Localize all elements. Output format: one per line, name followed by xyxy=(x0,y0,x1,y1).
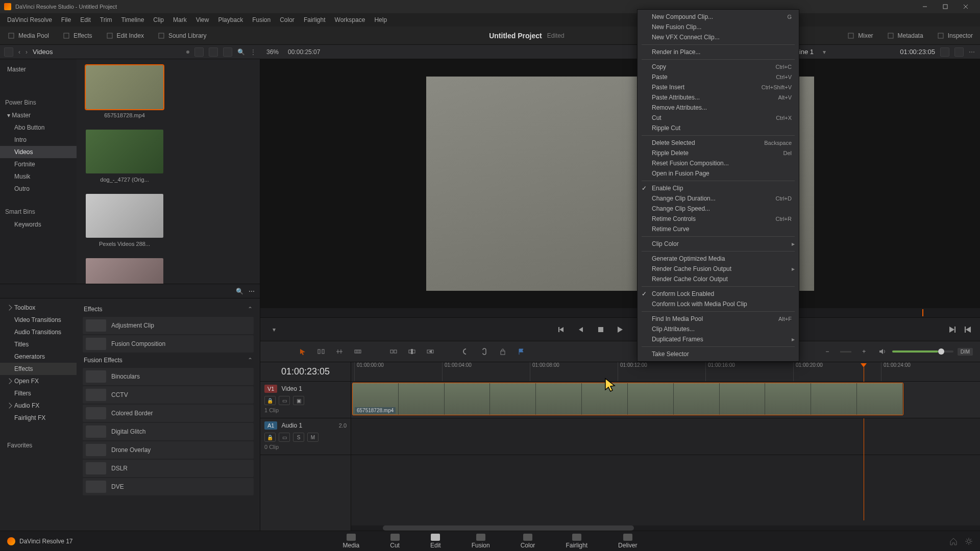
bin-intro[interactable]: Intro xyxy=(0,134,77,146)
mixer-button[interactable]: Mixer xyxy=(844,30,876,42)
ctx-retime-controls[interactable]: Retime ControlsCtrl+R xyxy=(638,214,799,224)
transport-dropdown-icon[interactable]: ▾ xyxy=(273,326,276,333)
tab-fusion[interactable]: Fusion xyxy=(472,534,490,549)
ctx-cut[interactable]: CutCtrl+X xyxy=(638,113,799,123)
ctx-retime-curve[interactable]: Retime Curve xyxy=(638,224,799,234)
ctx-ripple-delete[interactable]: Ripple DeleteDel xyxy=(638,148,799,158)
flag-icon[interactable] xyxy=(516,346,527,357)
ctx-render-cache-color-output[interactable]: Render Cache Color Output xyxy=(638,274,799,284)
tab-cut[interactable]: Cut xyxy=(390,534,400,549)
nav-back-icon[interactable]: ‹ xyxy=(18,48,20,56)
fxtree-fairlight-fx[interactable]: Fairlight FX xyxy=(0,412,77,424)
maximize-button[interactable] xyxy=(935,0,955,13)
clip-thumbnail[interactable] xyxy=(86,194,163,238)
sort-menu-icon[interactable]: ⋮ xyxy=(250,48,256,56)
v1-lock-button[interactable]: 🔒 xyxy=(264,396,276,405)
menu-help[interactable]: Help xyxy=(370,14,391,26)
minimize-button[interactable] xyxy=(915,0,935,13)
menu-file[interactable]: File xyxy=(57,14,75,26)
video-track-header[interactable]: V1 Video 1 🔒 ▭ ▣ 1 Clip xyxy=(260,382,351,418)
ctx-paste-insert[interactable]: Paste InsertCtrl+Shift+V xyxy=(638,82,799,92)
tab-deliver[interactable]: Deliver xyxy=(618,534,637,549)
grid-view-button[interactable] xyxy=(194,47,204,57)
menu-workspace[interactable]: Workspace xyxy=(331,14,370,26)
bin-abo-button[interactable]: Abo Button xyxy=(0,121,77,134)
menu-trim[interactable]: Trim xyxy=(96,14,116,26)
zoom-slider[interactable] xyxy=(840,346,851,357)
menu-mark[interactable]: Mark xyxy=(169,14,191,26)
fx-digital-glitch[interactable]: Digital Glitch xyxy=(83,423,254,440)
fxtree-toolbox[interactable]: Toolbox xyxy=(0,302,77,314)
ctx-conform-lock-with-media-pool-clip[interactable]: Conform Lock with Media Pool Clip xyxy=(638,299,799,309)
link-icon[interactable] xyxy=(479,346,490,357)
goto-in-icon[interactable] xyxy=(947,324,958,335)
fxcat-effects[interactable]: Effects⌃ xyxy=(83,303,254,316)
replace-icon[interactable] xyxy=(425,346,436,357)
fx-adjustment-clip[interactable]: Adjustment Clip xyxy=(83,317,254,334)
pool-search-icon[interactable]: 🔍 xyxy=(236,288,243,295)
menu-playback[interactable]: Playback xyxy=(214,14,247,26)
nav-fwd-icon[interactable]: › xyxy=(26,48,28,56)
bypass-button[interactable] xyxy=(940,47,949,57)
strip-menu-icon[interactable]: ⋯ xyxy=(969,48,975,56)
clip-thumbnail[interactable] xyxy=(86,65,163,109)
clip-thumbnail[interactable] xyxy=(86,130,163,173)
play-icon[interactable] xyxy=(615,324,625,335)
single-viewer-button[interactable] xyxy=(954,47,964,57)
menu-clip[interactable]: Clip xyxy=(149,14,168,26)
ctx-reset-fusion-composition[interactable]: Reset Fusion Composition... xyxy=(638,158,799,168)
menu-davinci-resolve[interactable]: DaVinci Resolve xyxy=(3,14,56,26)
sound-library-button[interactable]: Sound Library xyxy=(154,30,210,42)
ctx-delete-selected[interactable]: Delete SelectedBackspace xyxy=(638,138,799,148)
ctx-conform-lock-enabled[interactable]: ✓Conform Lock Enabled xyxy=(638,289,799,299)
pool-menu-icon[interactable]: ⋯ xyxy=(249,288,255,295)
ctx-new-compound-clip[interactable]: New Compound Clip...G xyxy=(638,12,799,22)
ctx-change-clip-duration[interactable]: Change Clip Duration...Ctrl+D xyxy=(638,193,799,204)
menu-color[interactable]: Color xyxy=(276,14,299,26)
breadcrumb[interactable]: Videos xyxy=(33,48,53,56)
ctx-new-fusion-clip[interactable]: New Fusion Clip... xyxy=(638,22,799,32)
bin-master[interactable]: ▾ Master xyxy=(0,109,77,121)
clip-thumbnail[interactable] xyxy=(86,258,163,284)
zoom-in-icon[interactable]: + xyxy=(859,346,870,357)
timeline-tracks[interactable]: 01:00:00:0001:00:04:0001:00:08:0001:00:1… xyxy=(351,362,980,531)
ctx-copy[interactable]: CopyCtrl+C xyxy=(638,62,799,72)
fxtree-titles[interactable]: Titles xyxy=(0,338,77,350)
smartbin-keywords[interactable]: Keywords xyxy=(0,218,77,231)
video-track[interactable]: 657518728.mp4 xyxy=(351,382,980,418)
menu-fairlight[interactable]: Fairlight xyxy=(300,14,330,26)
search-icon[interactable]: 🔍 xyxy=(237,48,245,56)
speaker-icon[interactable] xyxy=(877,346,888,357)
menu-view[interactable]: View xyxy=(192,14,213,26)
viewer[interactable] xyxy=(260,59,980,308)
ctx-clip-color[interactable]: Clip Color▸ xyxy=(638,239,799,249)
lock-icon[interactable] xyxy=(497,346,508,357)
timeline-hscroll[interactable] xyxy=(351,525,980,531)
ctx-paste[interactable]: PasteCtrl+V xyxy=(638,72,799,82)
timeline-timecode[interactable]: 01:00:23:05 xyxy=(260,362,351,382)
fx-binoculars[interactable]: Binoculars xyxy=(83,368,254,385)
fxtree-filters[interactable]: Filters xyxy=(0,387,77,399)
dim-button[interactable]: DIM xyxy=(958,348,973,356)
ctx-clip-attributes[interactable]: Clip Attributes... xyxy=(638,324,799,334)
ctx-render-in-place[interactable]: Render in Place... xyxy=(638,47,799,57)
fxtree-open-fx[interactable]: Open FX xyxy=(0,375,77,387)
insert-icon[interactable] xyxy=(388,346,399,357)
bin-outro[interactable]: Outro xyxy=(0,183,77,195)
clip-item[interactable]: Pexels Videos 278... xyxy=(86,258,163,284)
viewer-scrubber[interactable] xyxy=(260,308,980,317)
arrow-tool-icon[interactable] xyxy=(297,346,308,357)
ctx-paste-attributes[interactable]: Paste Attributes...Alt+V xyxy=(638,92,799,103)
ctx-open-in-fusion-page[interactable]: Open in Fusion Page xyxy=(638,168,799,179)
close-button[interactable] xyxy=(955,0,976,13)
clip-item[interactable]: Pexels Videos 288... xyxy=(86,194,163,247)
stop-icon[interactable] xyxy=(596,324,606,335)
tab-media[interactable]: Media xyxy=(343,534,360,549)
metadata-button[interactable]: Metadata xyxy=(884,30,926,42)
fx-dslr[interactable]: DSLR xyxy=(83,460,254,477)
hscroll-thumb[interactable] xyxy=(383,525,634,531)
fx-drone-overlay[interactable]: Drone Overlay xyxy=(83,441,254,459)
razor-icon[interactable] xyxy=(460,346,472,357)
inspector-button[interactable]: Inspector xyxy=(934,30,976,42)
a1-mute-button[interactable]: M xyxy=(307,433,318,442)
